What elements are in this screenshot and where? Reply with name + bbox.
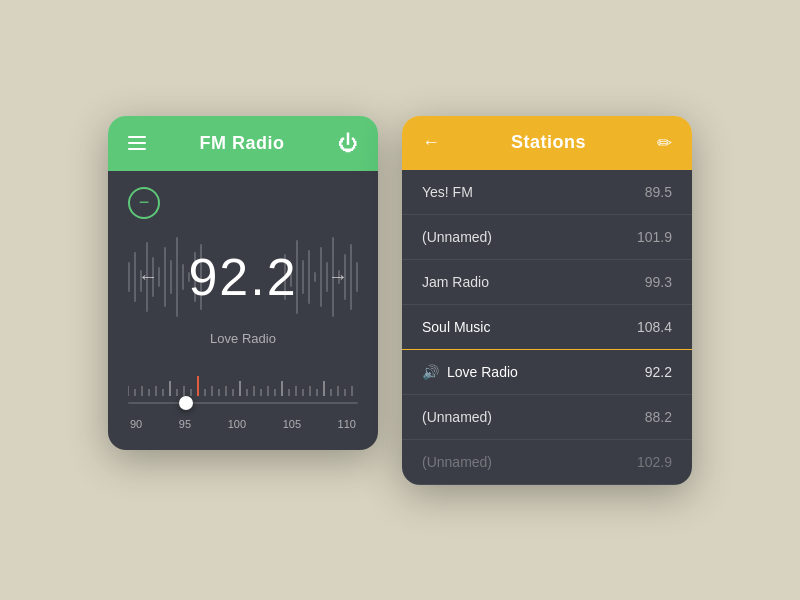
power-icon[interactable]: ⏻ [338, 132, 358, 155]
station-freq-3: 108.4 [637, 319, 672, 335]
station-item-1[interactable]: (Unnamed) 101.9 [402, 215, 692, 260]
station-name-0: Yes! FM [422, 184, 473, 200]
station-item-6[interactable]: (Unnamed) 102.9 [402, 440, 692, 485]
back-button[interactable]: ← [422, 132, 440, 153]
station-item-4[interactable]: 🔊 Love Radio 92.2 [402, 350, 692, 395]
fm-body: − [108, 171, 378, 450]
freq-label-90: 90 [130, 418, 142, 430]
fm-radio-card: FM Radio ⏻ − [108, 116, 378, 450]
visualizer: ← → 92.2 [128, 227, 358, 327]
station-freq-2: 99.3 [645, 274, 672, 290]
station-name-5: (Unnamed) [422, 409, 492, 425]
frequency-value: 92.2 [188, 251, 297, 303]
stations-header: ← Stations ✏ [402, 116, 692, 170]
station-item-5[interactable]: (Unnamed) 88.2 [402, 395, 692, 440]
freq-label-95: 95 [179, 418, 191, 430]
station-freq-5: 88.2 [645, 409, 672, 425]
freq-label-110: 110 [338, 418, 356, 430]
station-name-1: (Unnamed) [422, 229, 492, 245]
freq-label-105: 105 [283, 418, 301, 430]
stations-card: ← Stations ✏ Yes! FM 89.5 (Unnamed) 101.… [402, 116, 692, 485]
freq-labels: 90 95 100 105 110 [128, 418, 358, 430]
station-name-6: (Unnamed) [422, 454, 492, 470]
station-freq-4: 92.2 [645, 364, 672, 380]
tick-marks [128, 366, 358, 396]
frequency-display: 92.2 [188, 251, 297, 303]
station-freq-6: 102.9 [637, 454, 672, 470]
current-station-name: Love Radio [128, 331, 358, 346]
stations-list: Yes! FM 89.5 (Unnamed) 101.9 Jam Radio 9… [402, 170, 692, 485]
edit-button[interactable]: ✏ [657, 132, 672, 154]
station-item-2[interactable]: Jam Radio 99.3 [402, 260, 692, 305]
menu-icon[interactable] [128, 136, 146, 150]
minus-button[interactable]: − [128, 187, 160, 219]
fm-title: FM Radio [200, 133, 285, 154]
station-name-2: Jam Radio [422, 274, 489, 290]
station-item-0[interactable]: Yes! FM 89.5 [402, 170, 692, 215]
speaker-icon: 🔊 [422, 364, 439, 380]
next-freq-button[interactable]: → [328, 265, 348, 288]
station-freq-1: 101.9 [637, 229, 672, 245]
fm-header: FM Radio ⏻ [108, 116, 378, 171]
stations-title: Stations [511, 132, 586, 153]
station-freq-0: 89.5 [645, 184, 672, 200]
station-name-3: Soul Music [422, 319, 490, 335]
ticks-svg [128, 366, 358, 396]
freq-label-100: 100 [228, 418, 246, 430]
prev-freq-button[interactable]: ← [138, 265, 158, 288]
freq-slider-area[interactable]: 90 95 100 105 110 [128, 366, 358, 430]
station-item-3[interactable]: Soul Music 108.4 [402, 305, 692, 350]
station-name-4: Love Radio [447, 364, 518, 380]
